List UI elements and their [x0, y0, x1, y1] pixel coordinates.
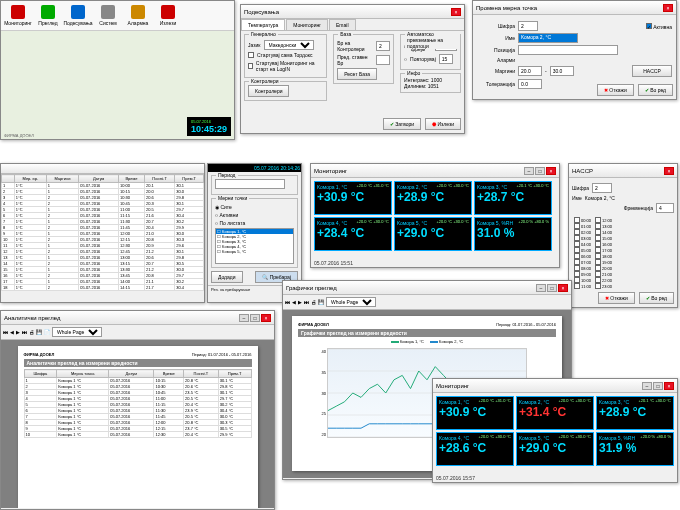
sensor-tile[interactable]: Комора 5, %RH31.9 %+20.0 % +80.0 % [596, 432, 674, 466]
sensor-tile[interactable]: Комора 5, °C+29.0 °C+20.0 °C +30.0 °C [516, 432, 594, 466]
prev-page-icon[interactable]: ◀ [292, 299, 296, 305]
time-slot[interactable]: 23:00 [595, 283, 612, 289]
table-row[interactable]: 181°C205.07.201614:1521.730.4 [2, 285, 204, 291]
toolbar-Систем[interactable]: Систем [95, 5, 121, 26]
minimize-icon[interactable]: – [642, 382, 652, 390]
add-button[interactable]: Додади [211, 271, 243, 283]
close-icon[interactable]: × [663, 4, 673, 12]
active-checkbox[interactable]: ✓ [646, 23, 652, 29]
haccp-button[interactable]: HACCP [632, 65, 672, 77]
date-from-input[interactable] [215, 179, 285, 189]
radio-Активни[interactable]: ○ Активни [215, 212, 294, 218]
period-input[interactable] [376, 55, 390, 65]
col-header[interactable]: Мер. вр. [14, 175, 46, 183]
mon-timestamp: 05.07.2016 15:57 [436, 475, 475, 481]
print-icon[interactable]: 🖨 [29, 329, 34, 335]
col-header[interactable]: Посеќ.Т [144, 175, 174, 183]
pos-input[interactable] [518, 45, 618, 55]
shifra-input[interactable] [518, 21, 538, 31]
first-page-icon[interactable]: ⏮ [285, 299, 290, 305]
last-page-icon[interactable]: ⏭ [22, 329, 27, 335]
h-ok-button[interactable]: ✔ Во ред [639, 292, 674, 304]
zoom-select[interactable]: Whole Page [52, 327, 102, 337]
col-header[interactable]: Датум [79, 175, 119, 183]
zoom-select[interactable]: Whole Page [326, 297, 376, 307]
toolbar-Излези[interactable]: Излези [155, 5, 181, 26]
close-button[interactable]: ✔ Затвори [383, 118, 421, 130]
tol-input[interactable] [518, 79, 542, 89]
print-icon[interactable]: 🖨 [311, 299, 316, 305]
last-page-icon[interactable]: ⏭ [304, 299, 309, 305]
mon-timestamp: 05.07.2016 15:51 [314, 260, 353, 266]
chk-autostart[interactable] [248, 52, 254, 58]
ime-input[interactable]: Комора 2, °C [518, 33, 578, 43]
lang-select[interactable]: Македонски [264, 40, 314, 50]
save-icon[interactable]: 💾 [318, 299, 324, 305]
save-icon[interactable]: 💾 [36, 329, 42, 335]
sensor-tile[interactable]: Комора 4, °C+28.4 °C+20.0 °C +30.0 °C [314, 217, 392, 251]
minimize-icon[interactable]: – [239, 314, 249, 322]
close-icon[interactable]: × [558, 284, 568, 292]
reset-db-button[interactable]: Ресет База [337, 68, 377, 80]
pos-label: Позиција [477, 47, 515, 53]
export-icon[interactable]: 📄 [44, 329, 50, 335]
toolbar-Подесувања[interactable]: Подесувања [65, 5, 91, 26]
tab-Email[interactable]: Email [329, 19, 356, 30]
sensor-tile[interactable]: Комора 2, °C+31.4 °C+20.0 °C +30.0 °C [516, 396, 594, 430]
dbnum-input[interactable] [376, 41, 390, 51]
sensor-tile[interactable]: Комора 5, °C+29.0 °C+20.0 °C +30.0 °C [394, 217, 472, 251]
radio-По листата[interactable]: ○ По листата [215, 220, 294, 226]
col-header[interactable]: Маргини [46, 175, 79, 183]
sensor-tile[interactable]: Комора 1, °C+30.9 °C+20.0 °C +31.0 °C [314, 181, 392, 215]
marg-lo-input[interactable] [518, 66, 542, 76]
toolbar-Алармнa[interactable]: Алармнa [125, 5, 151, 26]
maximize-icon[interactable]: □ [547, 284, 557, 292]
tab-Температура[interactable]: Температура [241, 19, 285, 30]
close-icon[interactable]: × [546, 167, 556, 175]
toolbar-Мониторинг[interactable]: Мониторинг [5, 5, 31, 26]
chk-monstart[interactable] [248, 63, 253, 69]
log-table: Мер. вр.МаргиниДатумВремеПосеќ.ТПрем.Т11… [1, 174, 204, 291]
marg-label: Маргини [477, 68, 515, 74]
sensor-tile[interactable]: Комора 4, °C+28.6 °C+20.0 °C +30.0 °C [436, 432, 514, 466]
svg-rect-2 [71, 5, 85, 19]
log-table-window: Мер. вр.МаргиниДатумВремеПосеќ.ТПрем.Т11… [0, 163, 205, 303]
next-page-icon[interactable]: ▶ [298, 299, 302, 305]
sensor-tile[interactable]: Комора 3, °C+28.9 °C+20.1 °C +30.0 °C [596, 396, 674, 430]
marg-hi-input[interactable] [550, 66, 574, 76]
first-page-icon[interactable]: ⏮ [3, 329, 8, 335]
h-freq-input[interactable] [656, 203, 674, 213]
cancel-button[interactable]: ✖ Откажи [597, 84, 634, 96]
h-shifra-input[interactable] [592, 183, 612, 193]
h-cancel-button[interactable]: ✖ Откажи [598, 292, 635, 304]
list-item[interactable]: ☐ Комора 5, °C [216, 249, 293, 254]
sensor-tile[interactable]: Комора 3, °C+28.7 °C+20.1 °C +30.0 °C [474, 181, 552, 215]
sensor-tile[interactable]: Комора 2, °C+28.9 °C+20.0 °C +30.0 °C [394, 181, 472, 215]
close-icon[interactable]: × [664, 167, 674, 175]
toolbar-Преглед[interactable]: Преглед [35, 5, 61, 26]
legend-item: Комора 2, °C [430, 339, 463, 344]
radio-Сите[interactable]: ◉ Сите [215, 204, 294, 210]
col-header[interactable] [2, 175, 15, 183]
tab-Мониторинг[interactable]: Мониторинг [286, 19, 328, 30]
minimize-icon[interactable]: – [524, 167, 534, 175]
exit-button[interactable]: ⬣ Излези [425, 118, 461, 130]
maximize-icon[interactable]: □ [250, 314, 260, 322]
minimize-icon[interactable]: – [536, 284, 546, 292]
time-slot[interactable]: 11:00 [574, 283, 591, 289]
col-header[interactable]: Време [118, 175, 144, 183]
sensor-tile[interactable]: Комора 1, °C+30.9 °C+20.0 °C +31.0 °C [436, 396, 514, 430]
ok-button[interactable]: ✔ Во ред [638, 84, 673, 96]
next-page-icon[interactable]: ▶ [16, 329, 20, 335]
maximize-icon[interactable]: □ [535, 167, 545, 175]
close-icon[interactable]: × [261, 314, 271, 322]
repeat-input[interactable] [439, 54, 453, 64]
prev-page-icon[interactable]: ◀ [10, 329, 14, 335]
controllers-button[interactable]: Контролери [248, 85, 289, 97]
col-header[interactable]: Прем.Т [175, 175, 204, 183]
close-icon[interactable]: × [451, 8, 461, 16]
chart-org: ФИРМА ДООЕЛ [298, 322, 329, 327]
maximize-icon[interactable]: □ [653, 382, 663, 390]
sensor-tile[interactable]: Комора 5, %RH31.0 %+20.0 % +80.0 % [474, 217, 552, 251]
close-icon[interactable]: × [664, 382, 674, 390]
